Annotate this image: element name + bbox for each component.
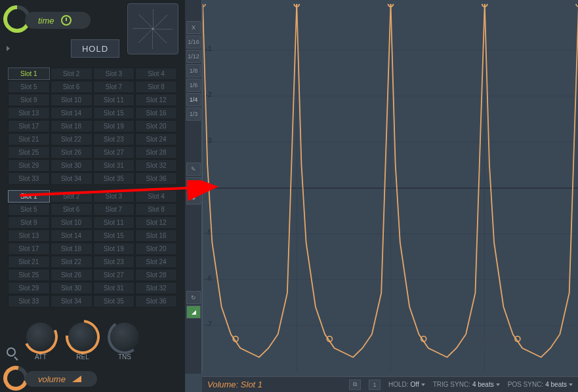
slot-button[interactable]: Slot 29: [8, 282, 50, 294]
slot-button[interactable]: Slot 22: [51, 133, 93, 146]
slot-button[interactable]: Slot 17: [8, 120, 50, 132]
slot-button[interactable]: Slot 29: [8, 159, 50, 172]
slot-button[interactable]: Slot 14: [51, 229, 93, 242]
slot-button[interactable]: Slot 10: [51, 94, 93, 106]
slot-button[interactable]: Slot 13: [8, 107, 50, 119]
slot-button[interactable]: Slot 5: [8, 203, 50, 216]
slot-button[interactable]: Slot 8: [135, 203, 177, 216]
scratch-pad[interactable]: [127, 3, 178, 54]
slot-button[interactable]: Slot 1: [8, 68, 50, 80]
slot-button[interactable]: Slot 22: [51, 256, 93, 268]
slot-button[interactable]: Slot 33: [8, 295, 50, 307]
release-knob[interactable]: [68, 323, 97, 351]
pencil-tool-button[interactable]: ✎: [186, 163, 201, 176]
slot-button[interactable]: Slot 28: [135, 269, 177, 281]
slot-button[interactable]: Slot 11: [93, 216, 135, 229]
slot-button[interactable]: Slot 23: [93, 133, 135, 146]
loop-tool-button[interactable]: ↻: [186, 291, 201, 304]
slot-button[interactable]: Slot 20: [135, 243, 177, 255]
slot-button[interactable]: Slot 2: [51, 190, 93, 203]
slot-button[interactable]: Slot 26: [51, 146, 93, 159]
snap-1-12-button[interactable]: 1/12: [186, 50, 201, 63]
search-icon[interactable]: [7, 347, 16, 357]
status-box-1[interactable]: ⧉: [349, 380, 361, 390]
volume-mode-button[interactable]: volume: [25, 371, 97, 387]
slot-button[interactable]: Slot 27: [93, 146, 135, 159]
snap-1-4-button[interactable]: 1/4: [186, 93, 201, 106]
slot-button[interactable]: Slot 4: [135, 68, 177, 80]
slot-button[interactable]: Slot 20: [135, 120, 177, 132]
slot-button[interactable]: Slot 28: [135, 146, 177, 159]
slot-button[interactable]: Slot 25: [8, 269, 50, 281]
slot-button[interactable]: Slot 6: [51, 203, 93, 216]
slot-button[interactable]: Slot 30: [51, 282, 93, 294]
slot-button[interactable]: Slot 19: [93, 120, 135, 132]
slot-button[interactable]: Slot 18: [51, 120, 93, 132]
slot-button[interactable]: Slot 36: [135, 295, 177, 307]
slot-button[interactable]: Slot 7: [93, 81, 135, 93]
arrow-tool-button[interactable]: ➜: [186, 177, 201, 190]
slot-button[interactable]: Slot 32: [135, 159, 177, 172]
envelope-editor[interactable]: -1 -2 -3 -5 -6 -7 Gross Beat: [202, 4, 578, 371]
snap-rail: X 1/16 1/12 1/8 1/6 1/4 1/3 ✎ ➜ ✱ ↻ ◢: [185, 0, 202, 374]
slot-button[interactable]: Slot 24: [135, 256, 177, 268]
slot-button[interactable]: Slot 35: [93, 295, 135, 307]
slot-button[interactable]: Slot 4: [135, 190, 177, 203]
slot-button[interactable]: Slot 35: [93, 172, 135, 185]
slot-button[interactable]: Slot 3: [93, 68, 135, 80]
slot-button[interactable]: Slot 2: [51, 68, 93, 80]
slot-button[interactable]: Slot 23: [93, 256, 135, 268]
slot-button[interactable]: Slot 9: [8, 94, 50, 106]
slot-button[interactable]: Slot 5: [8, 81, 50, 93]
slot-button[interactable]: Slot 16: [135, 229, 177, 242]
slot-button[interactable]: Slot 31: [93, 282, 135, 294]
slot-button[interactable]: Slot 32: [135, 282, 177, 294]
slot-button[interactable]: Slot 12: [135, 216, 177, 229]
slot-button[interactable]: Slot 7: [93, 203, 135, 216]
slot-button[interactable]: Slot 36: [135, 172, 177, 185]
attack-knob[interactable]: [26, 323, 55, 351]
slot-button[interactable]: Slot 13: [8, 229, 50, 242]
slot-button[interactable]: Slot 21: [8, 133, 50, 146]
snap-1-8-button[interactable]: 1/8: [186, 64, 201, 77]
slot-button[interactable]: Slot 24: [135, 133, 177, 146]
slot-button[interactable]: Slot 31: [93, 159, 135, 172]
slot-button[interactable]: Slot 26: [51, 269, 93, 281]
slot-button[interactable]: Slot 21: [8, 256, 50, 268]
slot-button[interactable]: Slot 34: [51, 295, 93, 307]
slot-button[interactable]: Slot 3: [93, 190, 135, 203]
close-tool-button[interactable]: X: [186, 21, 201, 34]
pos-sync-dropdown[interactable]: POS SYNC: 4 beats: [508, 381, 573, 388]
wave-tool-button[interactable]: ◢: [186, 305, 201, 319]
slot-button[interactable]: Slot 12: [135, 94, 177, 106]
slot-button[interactable]: Slot 1: [8, 190, 50, 203]
slot-button[interactable]: Slot 15: [93, 107, 135, 119]
slot-button[interactable]: Slot 11: [93, 94, 135, 106]
slot-button[interactable]: Slot 8: [135, 81, 177, 93]
hold-dropdown[interactable]: HOLD: Off: [388, 381, 425, 388]
snap-1-3-button[interactable]: 1/3: [186, 108, 201, 121]
slot-button[interactable]: Slot 17: [8, 243, 50, 255]
time-mode-button[interactable]: time: [25, 12, 91, 29]
slot-button[interactable]: Slot 19: [93, 243, 135, 255]
slot-button[interactable]: Slot 27: [93, 269, 135, 281]
tension-knob[interactable]: [110, 323, 139, 351]
slot-button[interactable]: Slot 15: [93, 229, 135, 242]
snap-1-6-button[interactable]: 1/6: [186, 79, 201, 92]
slot-button[interactable]: Slot 6: [51, 81, 93, 93]
slot-button[interactable]: Slot 25: [8, 146, 50, 159]
status-box-2[interactable]: 1: [369, 380, 381, 390]
attack-label: ATT: [35, 353, 47, 361]
freeze-tool-button[interactable]: ✱: [186, 191, 201, 205]
hold-button[interactable]: HOLD: [71, 39, 119, 58]
slot-button[interactable]: Slot 30: [51, 159, 93, 172]
slot-button[interactable]: Slot 34: [51, 172, 93, 185]
trig-sync-dropdown[interactable]: TRIG SYNC: 4 beats: [433, 381, 500, 388]
slot-button[interactable]: Slot 33: [8, 172, 50, 185]
slot-button[interactable]: Slot 18: [51, 243, 93, 255]
slot-button[interactable]: Slot 16: [135, 107, 177, 119]
slot-button[interactable]: Slot 9: [8, 216, 50, 229]
slot-button[interactable]: Slot 10: [51, 216, 93, 229]
snap-1-16-button[interactable]: 1/16: [186, 35, 201, 49]
slot-button[interactable]: Slot 14: [51, 107, 93, 119]
